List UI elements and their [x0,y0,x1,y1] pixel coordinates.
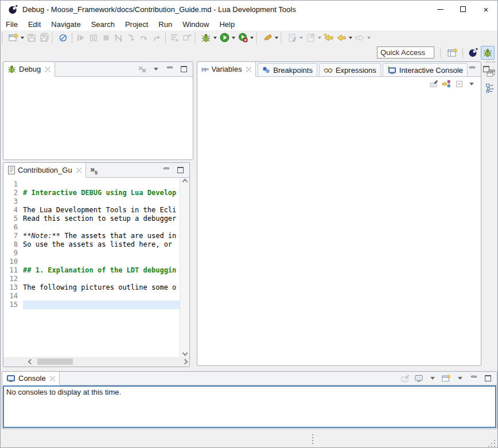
editor-line[interactable]: 15 [25,301,180,309]
new-wizard-button[interactable] [7,32,20,44]
debug-view-maximize-button[interactable] [179,65,188,74]
open-perspective-button[interactable] [446,46,460,60]
step-return-button[interactable] [150,32,163,44]
tab-expressions[interactable]: Expressions [319,63,381,76]
editor-line[interactable]: 11## 1. Explanation of the LDT debuggin [25,266,180,275]
tab-debug-close-icon[interactable]: ⤫ [45,65,50,73]
resume-button[interactable] [75,32,87,44]
editor-line[interactable]: 3 [25,197,180,206]
use-step-filters-button[interactable] [168,32,181,44]
editor-line[interactable]: 2# Interactive DEBUG using Lua Develop [25,189,180,197]
line-text[interactable]: # Interactive DEBUG using Lua Develop [23,189,180,197]
line-text[interactable] [23,292,180,301]
editor-line[interactable]: 14 [25,292,180,301]
tab-breakpoints[interactable]: Breakpoints [258,63,317,76]
editor-vertical-scrollbar[interactable] [180,178,189,357]
disconnect-button[interactable] [112,32,125,44]
variables-view-menu-icon[interactable] [467,79,476,88]
save-all-button[interactable] [38,32,50,44]
step-into-button[interactable] [125,32,138,44]
new-wizard-dropdown[interactable] [20,32,25,44]
editor-line[interactable]: 8So use the assets as listed here, or [25,240,180,249]
tab-contribution-guide-close-icon[interactable]: ⤫ [76,166,82,174]
current-line-highlight[interactable] [23,301,180,309]
perspective-lua-button[interactable] [466,46,480,60]
back-button[interactable] [335,32,348,44]
menu-edit[interactable]: Edit [23,19,46,30]
menu-file[interactable]: File [1,19,23,30]
terminate-button[interactable] [100,32,112,44]
quick-access-input[interactable]: Quick Access [377,46,434,59]
back-dropdown[interactable] [348,32,353,44]
run-dropdown[interactable] [231,32,236,44]
editor-line[interactable]: 6 [25,223,180,232]
line-text[interactable] [23,180,180,189]
new-untitled-file-dropdown[interactable] [317,32,322,44]
editor-maximize-button[interactable] [176,166,185,175]
window-resize-grip[interactable] [488,439,496,447]
pin-console-button[interactable] [400,374,410,383]
console-maximize-button[interactable] [483,374,492,383]
variables-content[interactable] [197,91,481,365]
run-external-tools-button[interactable] [236,32,249,44]
menu-navigate[interactable]: Navigate [46,19,85,30]
editor-tab-overflow-chevron[interactable]: »5 [86,163,102,177]
editor-line[interactable]: 12 [25,275,180,283]
line-text[interactable]: The following pictures outline some o [23,283,180,292]
forward-dropdown[interactable] [366,32,372,44]
debug-view-minimize-button[interactable] [165,65,174,74]
line-text[interactable]: **Note:** The assets that are used in [23,232,180,240]
perspective-debug-button[interactable] [481,46,495,60]
run-external-tools-dropdown[interactable] [249,32,255,44]
show-type-names-button[interactable] [429,79,438,88]
tab-variables[interactable]: (x)= Variables ⤫ [197,62,256,77]
tab-contribution-guide[interactable]: Contribution_Gu ⤫ [3,163,86,178]
editor-line[interactable]: 13The following pictures outline some o [25,283,180,292]
collapse-all-button[interactable] [454,79,464,88]
line-text[interactable] [23,223,180,232]
open-console-dropdown[interactable] [456,374,465,383]
open-search-dropdown[interactable] [274,32,279,44]
restore-view-button[interactable] [486,68,495,77]
display-selected-console-dropdown[interactable] [428,374,437,383]
show-logical-structures-button[interactable] [442,79,451,88]
last-edit-location-button[interactable] [322,32,335,44]
menu-help[interactable]: Help [214,19,240,30]
save-button[interactable] [25,32,38,44]
line-text[interactable] [23,249,180,258]
maximize-window-button[interactable] [452,1,474,18]
step-over-button[interactable] [138,32,150,44]
debug-button[interactable] [200,32,212,44]
console-content[interactable]: No consoles to display at this time. [3,385,496,428]
horizontal-scroll-thumb[interactable] [37,359,73,365]
tab-interactive-console[interactable]: Interactive Console [383,63,468,76]
drop-to-frame-button[interactable] [181,32,193,44]
open-console-button[interactable] [442,374,451,383]
editor-line[interactable]: 5Read this section to setup a debugger [25,215,180,223]
line-text[interactable]: Read this section to setup a debugger [23,215,180,223]
scroll-right-icon[interactable] [182,359,188,365]
line-text[interactable] [23,258,180,266]
editor-line[interactable]: 7**Note:** The assets that are used in [25,232,180,240]
tab-console-close-icon[interactable]: ⤫ [50,375,56,383]
line-text[interactable]: So use the assets as listed here, or [23,240,180,249]
scroll-down-icon[interactable] [182,350,188,356]
outline-view-button[interactable] [486,83,495,92]
debug-dropdown[interactable] [212,32,218,44]
forward-button[interactable] [353,32,366,44]
variables-minimize-button[interactable] [468,65,477,74]
editor-minimize-button[interactable] [162,166,171,175]
tab-debug[interactable]: Debug ⤫ [3,62,55,77]
remove-all-terminated-button[interactable] [138,65,147,74]
menu-window[interactable]: Window [177,19,214,30]
run-button[interactable] [218,32,231,44]
editor-line[interactable]: 1 [25,180,180,189]
line-text[interactable]: The Lua Development Tools in the Ecli [23,206,180,215]
debug-view-content[interactable] [3,77,193,159]
trim-drag-handle[interactable] [486,61,495,63]
open-search-button[interactable] [261,32,274,44]
close-window-button[interactable]: × [474,1,497,18]
suspend-button[interactable] [87,32,100,44]
new-untitled-file-button[interactable] [304,32,317,44]
toolbar-drag-handle[interactable] [2,33,6,43]
